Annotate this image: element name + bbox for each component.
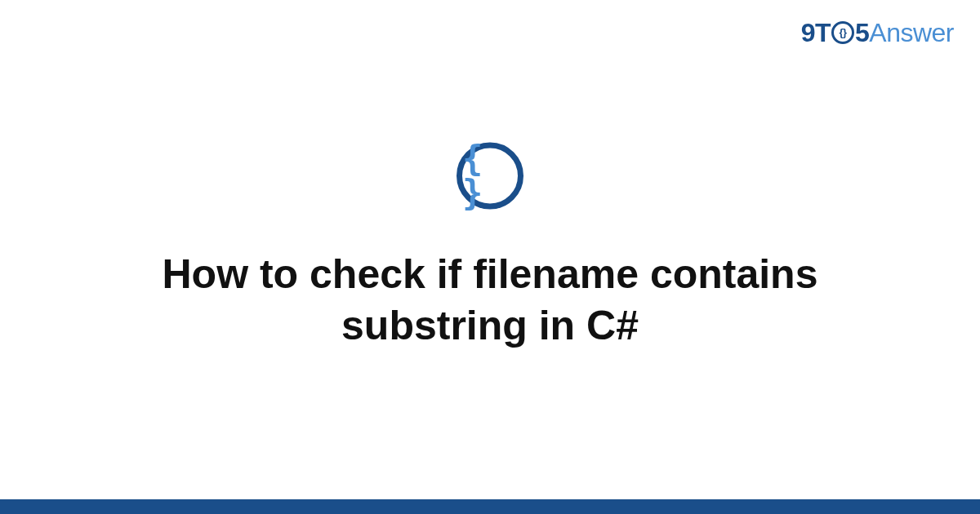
logo-braces-small-icon: {} xyxy=(839,27,846,38)
logo-text-5: 5 xyxy=(855,18,869,48)
logo-circle-icon: {} xyxy=(831,21,854,44)
main-content: { } How to check if filename contains su… xyxy=(0,143,980,351)
category-icon-circle: { } xyxy=(457,143,523,210)
logo-text-9t: 9T xyxy=(801,18,831,48)
code-braces-icon: { } xyxy=(462,142,518,210)
site-logo: 9T {} 5 Answer xyxy=(801,18,954,48)
footer-accent-bar xyxy=(0,499,980,514)
logo-text-answer: Answer xyxy=(869,18,954,48)
page-title: How to check if filename contains substr… xyxy=(82,249,898,351)
